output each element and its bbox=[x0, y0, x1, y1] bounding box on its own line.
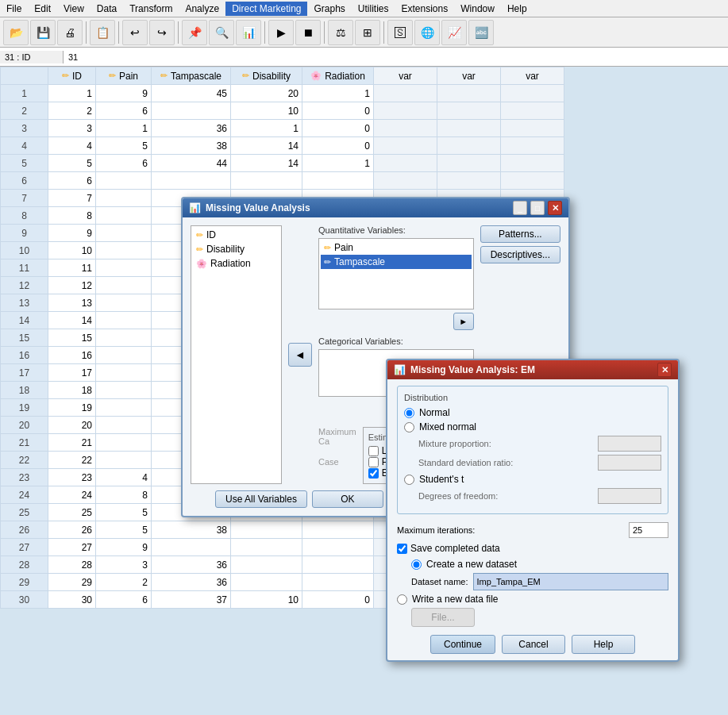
row-num[interactable]: 4 bbox=[1, 137, 48, 155]
cell-id[interactable]: 22 bbox=[48, 452, 96, 469]
menu-help[interactable]: Help bbox=[501, 2, 533, 16]
cell-id[interactable]: 18 bbox=[48, 382, 96, 399]
cell-id[interactable]: 11 bbox=[48, 259, 96, 277]
cell-pain[interactable] bbox=[96, 417, 152, 434]
cell-pain[interactable] bbox=[96, 329, 152, 347]
cell-pain[interactable] bbox=[96, 294, 152, 312]
col-header-var2[interactable]: var bbox=[437, 67, 501, 85]
cell-pain[interactable]: 3 bbox=[96, 556, 152, 574]
row-num[interactable]: 29 bbox=[1, 574, 48, 591]
menu-transform[interactable]: Transform bbox=[123, 2, 179, 16]
cell-disab[interactable]: 14 bbox=[231, 155, 302, 172]
cell-id[interactable]: 17 bbox=[48, 364, 96, 382]
mva-close-btn[interactable]: ✕ bbox=[548, 201, 562, 215]
cell-disab[interactable]: 10 bbox=[231, 591, 302, 609]
mva-use-all-btn[interactable]: Use All Variables bbox=[215, 490, 307, 508]
cell-id[interactable]: 6 bbox=[48, 172, 96, 190]
cell-var2[interactable] bbox=[437, 85, 501, 102]
row-num[interactable]: 14 bbox=[1, 312, 48, 329]
cell-var3[interactable] bbox=[501, 102, 564, 120]
cell-id[interactable]: 3 bbox=[48, 120, 96, 137]
menu-edit[interactable]: Edit bbox=[28, 2, 57, 16]
cell-rad[interactable]: 0 bbox=[302, 120, 374, 137]
col-header-id[interactable]: ✏ID bbox=[48, 67, 96, 85]
row-num[interactable]: 15 bbox=[1, 329, 48, 347]
row-num[interactable]: 27 bbox=[1, 539, 48, 556]
col-header-pain[interactable]: ✏Pain bbox=[96, 67, 152, 85]
mva-var-radiation[interactable]: 🌸 Radiation bbox=[193, 256, 279, 271]
mva-quant-list[interactable]: ✏ Pain ✏ Tampascale bbox=[318, 238, 474, 309]
row-num[interactable]: 2 bbox=[1, 102, 48, 120]
stats-btn[interactable]: 📈 bbox=[441, 20, 467, 45]
cell-disab[interactable] bbox=[231, 172, 302, 190]
cell-rad[interactable]: 0 bbox=[302, 137, 374, 155]
cell-pain[interactable] bbox=[96, 207, 152, 225]
cell-tamp[interactable]: 44 bbox=[152, 155, 231, 172]
variable-view-btn[interactable]: 📋 bbox=[90, 20, 115, 45]
cell-rad[interactable] bbox=[302, 521, 374, 539]
cell-id[interactable]: 13 bbox=[48, 294, 96, 312]
cell-id[interactable]: 15 bbox=[48, 329, 96, 347]
open-btn[interactable]: 📂 bbox=[3, 20, 29, 45]
em-students-t-radio[interactable] bbox=[404, 475, 414, 485]
row-num[interactable]: 24 bbox=[1, 486, 48, 504]
mva-var-id[interactable]: ✏ ID bbox=[193, 228, 279, 242]
row-num[interactable]: 10 bbox=[1, 242, 48, 259]
mva-var-disability[interactable]: ✏ Disability bbox=[193, 242, 279, 256]
cell-disab[interactable] bbox=[231, 556, 302, 574]
em-write-file-radio[interactable] bbox=[397, 594, 407, 605]
spss-btn[interactable]: 🅂 bbox=[387, 20, 413, 45]
col-header-disability[interactable]: ✏Disability bbox=[231, 67, 302, 85]
row-num[interactable]: 13 bbox=[1, 294, 48, 312]
em-normal-radio[interactable] bbox=[404, 408, 414, 418]
cell-disab[interactable]: 14 bbox=[231, 137, 302, 155]
cell-rad[interactable]: 0 bbox=[302, 591, 374, 609]
cell-pain[interactable] bbox=[96, 172, 152, 190]
mva-arrow-left[interactable]: ◄ bbox=[288, 343, 312, 367]
cell-var1[interactable] bbox=[374, 172, 437, 190]
grid-btn[interactable]: ⊞ bbox=[355, 20, 380, 45]
em-mixed-normal-radio[interactable] bbox=[404, 422, 414, 432]
cell-id[interactable]: 30 bbox=[48, 591, 96, 609]
cell-tamp[interactable] bbox=[152, 172, 231, 190]
menu-file[interactable]: File bbox=[0, 2, 28, 16]
cell-id[interactable]: 2 bbox=[48, 102, 96, 120]
cell-id[interactable]: 10 bbox=[48, 242, 96, 259]
cell-id[interactable]: 9 bbox=[48, 225, 96, 242]
cell-var2[interactable] bbox=[437, 155, 501, 172]
cell-var3[interactable] bbox=[501, 137, 564, 155]
abc-btn[interactable]: 🔤 bbox=[468, 20, 494, 45]
cell-id[interactable]: 28 bbox=[48, 556, 96, 574]
cell-id[interactable]: 24 bbox=[48, 486, 96, 504]
cell-var3[interactable] bbox=[501, 85, 564, 102]
mva-arrow-right-quant[interactable]: ► bbox=[453, 313, 474, 330]
cell-id[interactable]: 29 bbox=[48, 574, 96, 591]
web-btn[interactable]: 🌐 bbox=[414, 20, 440, 45]
cell-disab[interactable] bbox=[231, 539, 302, 556]
col-header-tampascale[interactable]: ✏Tampascale bbox=[152, 67, 231, 85]
cell-var2[interactable] bbox=[437, 137, 501, 155]
cell-pain[interactable] bbox=[96, 434, 152, 452]
cell-id[interactable]: 25 bbox=[48, 504, 96, 521]
cell-pain[interactable]: 5 bbox=[96, 504, 152, 521]
row-num[interactable]: 11 bbox=[1, 259, 48, 277]
cell-id[interactable]: 23 bbox=[48, 469, 96, 486]
col-header-var1[interactable]: var bbox=[374, 67, 437, 85]
em-save-checkbox[interactable] bbox=[397, 544, 407, 554]
cell-var1[interactable] bbox=[374, 137, 437, 155]
cell-disab[interactable]: 10 bbox=[231, 102, 302, 120]
mva-patterns-btn[interactable]: Patterns... bbox=[480, 225, 560, 243]
cell-var3[interactable] bbox=[501, 172, 564, 190]
cell-pain[interactable]: 6 bbox=[96, 155, 152, 172]
cell-disab[interactable]: 20 bbox=[231, 85, 302, 102]
mva-quant-tampascale[interactable]: ✏ Tampascale bbox=[321, 255, 472, 269]
row-num[interactable]: 19 bbox=[1, 399, 48, 417]
cell-tamp[interactable]: 36 bbox=[152, 574, 231, 591]
cell-pain[interactable]: 6 bbox=[96, 102, 152, 120]
mva-pairwise-checkbox[interactable] bbox=[368, 457, 379, 467]
cell-id[interactable]: 19 bbox=[48, 399, 96, 417]
cell-var3[interactable] bbox=[501, 120, 564, 137]
cell-pain[interactable]: 8 bbox=[96, 486, 152, 504]
cell-disab[interactable] bbox=[231, 574, 302, 591]
cell-pain[interactable] bbox=[96, 259, 152, 277]
